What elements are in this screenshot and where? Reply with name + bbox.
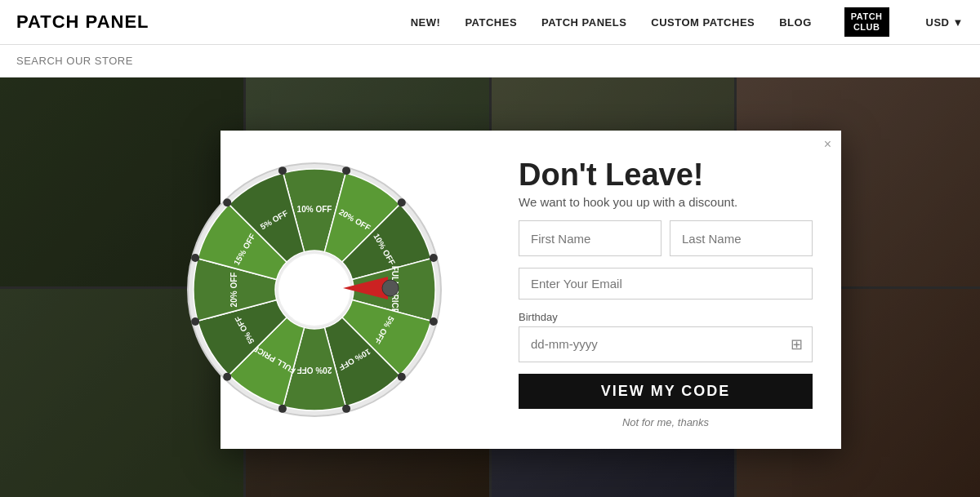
svg-point-14 <box>342 166 350 175</box>
spin-wheel-container: 10% OFF20% OFF10% OFFFULL PRICE5% OFF10%… <box>184 159 445 420</box>
birthday-label: Birthday <box>519 311 813 323</box>
search-label[interactable]: SEARCH OUR STORE <box>16 55 133 67</box>
svg-point-23 <box>191 254 199 262</box>
svg-point-16 <box>430 254 438 262</box>
nav-blog[interactable]: BLOG <box>779 16 812 29</box>
svg-point-25 <box>278 253 351 326</box>
search-bar: SEARCH OUR STORE <box>0 45 980 78</box>
modal-title: Don't Leave! <box>519 159 813 190</box>
wheel-pointer <box>343 277 400 303</box>
patch-club-badge[interactable]: PATCHCLUB <box>844 7 889 37</box>
email-input[interactable] <box>519 268 813 300</box>
svg-text:20% OFF: 20% OFF <box>297 366 332 375</box>
site-logo[interactable]: PATCH PANEL <box>16 11 149 33</box>
modal-subtitle: We want to hook you up with a discount. <box>519 195 813 209</box>
nav-patch-panels[interactable]: PATCH PANELS <box>541 16 626 29</box>
svg-point-27 <box>382 280 399 296</box>
svg-point-24 <box>223 198 231 206</box>
no-thanks-link[interactable]: Not for me, thanks <box>519 416 813 428</box>
nav-new[interactable]: NEW! <box>411 16 441 29</box>
birthday-input[interactable] <box>519 326 813 362</box>
wheel-side: 10% OFF20% OFF10% OFFFULL PRICE5% OFF10%… <box>220 131 490 449</box>
nav-patches[interactable]: PATCHES <box>465 16 517 29</box>
form-side: Don't Leave! We want to hook you up with… <box>490 131 841 449</box>
calendar-icon: ⊞ <box>791 335 803 353</box>
svg-text:10% OFF: 10% OFF <box>297 205 332 214</box>
svg-point-21 <box>223 373 231 381</box>
svg-point-17 <box>430 317 438 326</box>
svg-marker-26 <box>343 277 388 300</box>
spin-wheel-svg[interactable]: 10% OFF20% OFF10% OFFFULL PRICE5% OFF10%… <box>184 159 445 420</box>
birthday-field-row: ⊞ <box>519 326 813 362</box>
name-row <box>519 220 813 256</box>
main-nav: NEW! PATCHES PATCH PANELS CUSTOM PATCHES… <box>411 7 964 37</box>
svg-point-22 <box>191 317 199 326</box>
svg-point-18 <box>398 373 406 381</box>
svg-point-15 <box>398 198 406 206</box>
svg-point-20 <box>278 405 287 413</box>
svg-point-13 <box>278 166 287 175</box>
currency-selector[interactable]: USD ▼ <box>926 16 964 29</box>
last-name-input[interactable] <box>670 220 813 256</box>
svg-text:20% OFF: 20% OFF <box>229 273 238 308</box>
svg-point-19 <box>342 405 350 413</box>
nav-custom-patches[interactable]: CUSTOM PATCHES <box>651 16 755 29</box>
close-button[interactable]: × <box>824 137 831 152</box>
view-code-button[interactable]: VIEW MY CODE <box>519 374 813 409</box>
first-name-input[interactable] <box>519 220 662 256</box>
discount-modal: × 10% OFF20% OFF10% OFFFULL PRICE5% OFF1… <box>220 131 841 449</box>
header: PATCH PANEL NEW! PATCHES PATCH PANELS CU… <box>0 0 980 45</box>
